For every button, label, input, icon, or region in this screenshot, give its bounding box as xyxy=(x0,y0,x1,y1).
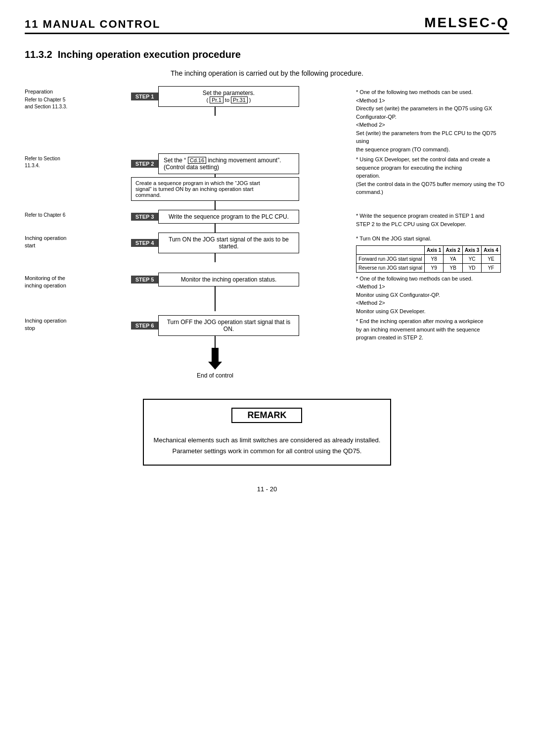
step6-content: Turn OFF the JOG operation start signal … xyxy=(158,315,299,336)
step4-connector xyxy=(215,253,216,262)
step4-note: * Turn ON the JOG start signal. Axis 1 A… xyxy=(351,233,509,273)
step6-row: Inching operationstop STEP 6 Turn OFF th… xyxy=(25,315,509,379)
step5-header: STEP 5 Monitor the inching operation sta… xyxy=(131,273,299,286)
step2-center: STEP 2 Set the “ Cd.16 inching movement … xyxy=(79,153,351,210)
step1-row: Preparation Refer to Chapter 5and Sectio… xyxy=(25,86,509,153)
step2-note: * Using GX Developer, set the control da… xyxy=(351,153,509,196)
remark-text: Mechanical elements such as limit switch… xyxy=(154,435,381,457)
page: 11 MANUAL CONTROL MELSEC-Q 11.3.2 Inchin… xyxy=(0,0,534,756)
step3-center: STEP 3 Write the sequence program to the… xyxy=(79,210,351,233)
page-number: 11 - 20 xyxy=(25,485,509,493)
step1-header: STEP 1 Set the parameters. ( Pr.1 to Pr.… xyxy=(131,86,299,107)
step3-header: STEP 3 Write the sequence program to the… xyxy=(131,210,299,224)
step5-badge: STEP 5 xyxy=(131,276,158,284)
step5-connector xyxy=(215,286,216,311)
arrow-shaft-top xyxy=(215,336,216,348)
remark-section: REMARK Mechanical elements such as limit… xyxy=(143,399,392,466)
step2-row: Refer to Section11.3.4. STEP 2 Set the “… xyxy=(25,153,509,210)
intro-text: The inching operation is carried out by … xyxy=(25,69,509,77)
step2-sub-content: Create a sequence program in which the “… xyxy=(131,177,299,201)
section-title: 11.3.2 Inching operation execution proce… xyxy=(25,49,509,60)
step4-center: STEP 4 Turn ON the JOG start signal of t… xyxy=(79,233,351,262)
remark-wrapper: REMARK Mechanical elements such as limit… xyxy=(25,389,509,466)
step3-content: Write the sequence program to the PLC CP… xyxy=(158,210,299,224)
final-arrow xyxy=(208,336,222,370)
step1-center: STEP 1 Set the parameters. ( Pr.1 to Pr.… xyxy=(79,86,351,116)
step2-badge: STEP 2 xyxy=(131,160,158,168)
remark-line1: Mechanical elements such as limit switch… xyxy=(154,436,381,444)
step4-content: Turn ON the JOG start signal of the axis… xyxy=(158,233,299,253)
page-header: 11 MANUAL CONTROL MELSEC-Q xyxy=(25,15,509,34)
step2-left-label: Refer to Section11.3.4. xyxy=(25,153,79,169)
step1-note: * One of the following two methods can b… xyxy=(351,86,509,153)
arrow-shaft-body xyxy=(212,348,219,362)
step6-badge: STEP 6 xyxy=(131,322,158,330)
step3-left-label: Refer to Chapter 6 xyxy=(25,210,79,219)
arrow-head xyxy=(208,362,222,370)
step5-row: Monitoring of theinching operation STEP … xyxy=(25,273,509,316)
chapter-title: 11 MANUAL CONTROL xyxy=(25,18,424,31)
step6-center: STEP 6 Turn OFF the JOG operation start … xyxy=(79,315,351,379)
step1-content: Set the parameters. ( Pr.1 to Pr.31 ) xyxy=(158,86,299,107)
step3-badge: STEP 3 xyxy=(131,213,158,221)
step5-content: Monitor the inching operation status. xyxy=(158,273,299,286)
remark-line2: Parameter settings work in common for al… xyxy=(173,447,362,455)
step6-note: * End the inching operation after moving… xyxy=(351,315,509,342)
brand-title: MELSEC-Q xyxy=(424,15,509,31)
step3-row: Refer to Chapter 6 STEP 3 Write the sequ… xyxy=(25,210,509,233)
remark-title-wrapper: REMARK xyxy=(154,408,381,430)
step1-badge: STEP 1 xyxy=(131,93,158,100)
step2-connector-bottom xyxy=(215,201,216,210)
flow-diagram: Preparation Refer to Chapter 5and Sectio… xyxy=(25,86,509,379)
step5-left-label: Monitoring of theinching operation xyxy=(25,273,79,290)
step1-connector xyxy=(215,107,216,116)
step2-header: STEP 2 Set the “ Cd.16 inching movement … xyxy=(131,153,299,174)
step4-left-label: Inching operationstart xyxy=(25,233,79,250)
step6-left-label: Inching operationstop xyxy=(25,315,79,332)
axis-table: Axis 1 Axis 2 Axis 3 Axis 4 Forward run … xyxy=(356,245,501,273)
step3-connector xyxy=(215,224,216,233)
step1-left-label: Preparation Refer to Chapter 5and Sectio… xyxy=(25,86,79,110)
step2-content: Set the “ Cd.16 inching movement amount”… xyxy=(158,153,299,174)
step4-row: Inching operationstart STEP 4 Turn ON th… xyxy=(25,233,509,273)
remark-title: REMARK xyxy=(231,408,302,423)
step4-badge: STEP 4 xyxy=(131,239,158,247)
step5-center: STEP 5 Monitor the inching operation sta… xyxy=(79,273,351,311)
end-label: End of control xyxy=(197,372,233,379)
step6-header: STEP 6 Turn OFF the JOG operation start … xyxy=(131,315,299,336)
step3-note: * Write the sequence program created in … xyxy=(351,210,509,228)
step4-header: STEP 4 Turn ON the JOG start signal of t… xyxy=(131,233,299,253)
step5-note: * One of the following two methods can b… xyxy=(351,273,509,316)
